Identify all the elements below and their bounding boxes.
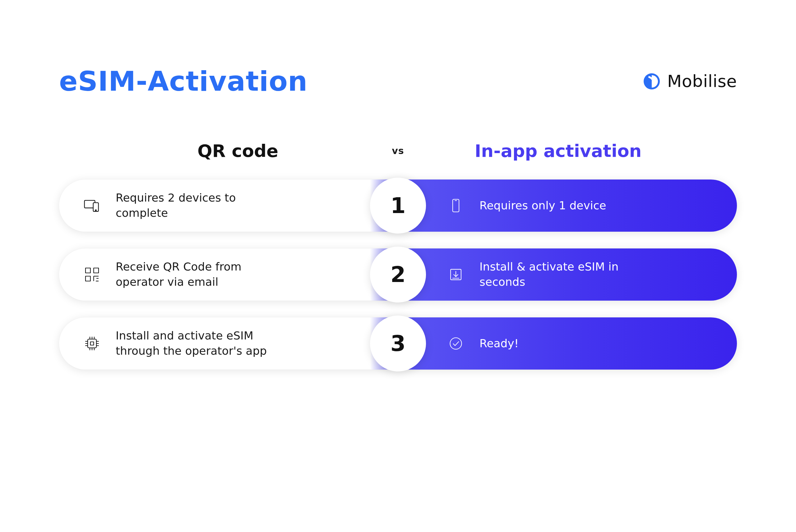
step-number-badge: 2 bbox=[370, 247, 426, 303]
row-left: Requires 2 devices to complete bbox=[59, 179, 398, 232]
column-heading-inapp: In-app activation bbox=[417, 141, 737, 161]
svg-point-3 bbox=[95, 210, 96, 211]
brand-logo-icon bbox=[644, 73, 660, 90]
row-left-text: Receive QR Code from operator via email bbox=[116, 259, 277, 289]
column-headings: QR code vs In-app activation bbox=[0, 97, 796, 161]
row-right-text: Install & activate eSIM in seconds bbox=[480, 259, 641, 289]
row-left: Receive QR Code from operator via email bbox=[59, 248, 398, 301]
row-right-text: Ready! bbox=[480, 336, 519, 351]
step-number-badge: 1 bbox=[370, 178, 426, 233]
brand: Mobilise bbox=[644, 72, 737, 91]
row-left-text: Install and activate eSIM through the op… bbox=[116, 328, 277, 358]
row-right: Install & activate eSIM in seconds bbox=[398, 248, 737, 301]
chip-icon bbox=[81, 332, 103, 355]
row-right-text: Requires only 1 device bbox=[480, 198, 606, 213]
header: eSIM-Activation Mobilise bbox=[0, 0, 796, 97]
devices-icon bbox=[81, 194, 103, 217]
column-separator: vs bbox=[379, 145, 417, 156]
row-right: Requires only 1 device bbox=[398, 179, 737, 232]
page-title: eSIM-Activation bbox=[59, 65, 308, 97]
svg-rect-7 bbox=[94, 268, 98, 273]
step-number-badge: 3 bbox=[370, 316, 426, 372]
phone-icon bbox=[445, 194, 467, 217]
row-right: Ready! bbox=[398, 317, 737, 369]
svg-rect-6 bbox=[86, 268, 90, 273]
svg-rect-17 bbox=[90, 342, 94, 345]
qr-icon bbox=[81, 263, 103, 286]
download-icon bbox=[445, 263, 467, 286]
comparison-row: Receive QR Code from operator via email … bbox=[59, 248, 737, 301]
column-heading-qr: QR code bbox=[59, 141, 379, 161]
svg-rect-8 bbox=[86, 276, 90, 281]
comparison-row: Install and activate eSIM through the op… bbox=[59, 317, 737, 369]
svg-rect-4 bbox=[453, 200, 459, 212]
comparison-row: Requires 2 devices to complete 1 Require… bbox=[59, 179, 737, 232]
check-circle-icon bbox=[445, 332, 467, 355]
row-left: Install and activate eSIM through the op… bbox=[59, 317, 398, 369]
brand-name: Mobilise bbox=[667, 72, 737, 91]
svg-point-30 bbox=[450, 338, 462, 349]
svg-rect-16 bbox=[88, 339, 96, 348]
comparison-rows: Requires 2 devices to complete 1 Require… bbox=[0, 161, 796, 369]
row-left-text: Requires 2 devices to complete bbox=[116, 190, 277, 221]
